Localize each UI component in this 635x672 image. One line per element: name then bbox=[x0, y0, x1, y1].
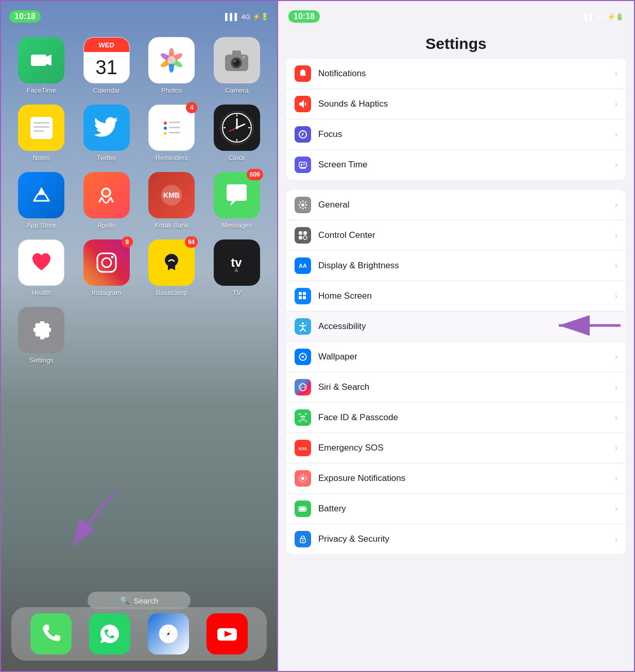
settings-row-privacy[interactable]: Privacy & Security › bbox=[286, 524, 626, 554]
appstore-label: App Store bbox=[26, 221, 56, 229]
app-tv[interactable]: tv TV bbox=[207, 239, 267, 297]
notes-icon bbox=[18, 105, 64, 151]
homescreen-icon bbox=[295, 288, 311, 304]
settings-row-screentime[interactable]: Screen Time › bbox=[286, 150, 626, 180]
svg-rect-18 bbox=[33, 122, 49, 124]
wallpaper-label: Wallpaper bbox=[318, 352, 615, 362]
dock-youtube[interactable] bbox=[207, 613, 248, 654]
focus-label: Focus bbox=[318, 129, 615, 140]
privacy-label: Privacy & Security bbox=[318, 534, 615, 544]
instagram-badge: 9 bbox=[122, 236, 133, 248]
dock-phone[interactable] bbox=[30, 613, 72, 654]
svg-rect-98 bbox=[300, 508, 305, 511]
svg-rect-85 bbox=[299, 413, 301, 415]
svg-line-38 bbox=[34, 195, 38, 201]
app-photos[interactable]: Photos bbox=[142, 37, 202, 94]
settings-panel: 10:18 ▌▌ 4G ⚡🔋 Settings Notifications › bbox=[278, 0, 635, 672]
health-icon bbox=[18, 239, 64, 286]
settings-row-exposure[interactable]: Exposure Notifications › bbox=[286, 463, 626, 494]
svg-point-79 bbox=[300, 358, 301, 359]
svg-text:SOS: SOS bbox=[298, 446, 307, 451]
app-instagram[interactable]: 9 Instagram bbox=[77, 239, 137, 297]
display-label: Display & Brightness bbox=[318, 261, 615, 271]
svg-rect-86 bbox=[305, 413, 307, 415]
app-health[interactable]: Health bbox=[11, 239, 72, 297]
focus-chevron: › bbox=[615, 130, 617, 139]
svg-marker-1 bbox=[46, 55, 52, 66]
settings-row-battery[interactable]: Battery › bbox=[286, 494, 626, 524]
sos-icon: SOS bbox=[295, 440, 311, 456]
settings-row-accessibility[interactable]: Accessibility › bbox=[286, 312, 626, 342]
battery-icon: ⚡🔋 bbox=[252, 13, 269, 21]
focus-icon bbox=[295, 126, 311, 143]
privacy-chevron: › bbox=[615, 535, 617, 544]
svg-point-73 bbox=[302, 356, 304, 358]
app-camera[interactable]: Camera bbox=[207, 37, 267, 94]
app-clock[interactable]: Clock bbox=[207, 105, 267, 162]
svg-point-70 bbox=[302, 322, 304, 324]
settings-list: Notifications › Sounds & Haptics › Focus… bbox=[278, 59, 634, 671]
notifications-label: Notifications bbox=[318, 68, 615, 79]
messages-label: Messages bbox=[221, 221, 252, 229]
app-apollo[interactable]: Apollo bbox=[77, 172, 137, 229]
siri-icon bbox=[295, 379, 311, 395]
app-reminders[interactable]: 4 Reminders bbox=[142, 105, 202, 162]
facetime-label: FaceTime bbox=[27, 87, 56, 94]
dock-safari[interactable] bbox=[148, 613, 189, 654]
battery-icon bbox=[295, 501, 311, 517]
sounds-icon bbox=[295, 96, 311, 112]
svg-rect-63 bbox=[299, 236, 302, 239]
signal-icons-right: ▌▌ 4G ⚡🔋 bbox=[585, 13, 624, 21]
svg-line-42 bbox=[99, 198, 101, 202]
app-basecamp[interactable]: 84 Basecamp bbox=[142, 239, 202, 297]
settings-row-siri[interactable]: Siri & Search › bbox=[286, 372, 626, 403]
app-appstore[interactable]: App Store bbox=[11, 172, 72, 229]
app-kotak[interactable]: KMB Kotak Bank bbox=[142, 172, 202, 229]
settings-row-display[interactable]: AA Display & Brightness › bbox=[286, 251, 626, 281]
svg-point-41 bbox=[103, 189, 109, 196]
app-twitter[interactable]: Twitter bbox=[77, 105, 137, 162]
settings-row-general[interactable]: General › bbox=[286, 190, 626, 220]
dock-whatsapp[interactable] bbox=[89, 613, 130, 654]
settings-row-sounds[interactable]: Sounds & Haptics › bbox=[286, 89, 626, 119]
app-facetime[interactable]: FaceTime bbox=[11, 37, 72, 94]
svg-point-21 bbox=[164, 122, 167, 125]
clock-label: Clock bbox=[228, 154, 245, 162]
svg-rect-61 bbox=[299, 231, 302, 235]
signal-bars-right-icon: ▌▌ bbox=[585, 13, 594, 21]
tv-icon: tv bbox=[214, 239, 260, 286]
home-screen-panel: 10:18 ▌▌▌ 4G ⚡🔋 FaceTime WED 31 bbox=[0, 0, 278, 672]
settings-row-homescreen[interactable]: Home Screen › bbox=[286, 281, 626, 312]
controlcenter-chevron: › bbox=[615, 231, 617, 240]
svg-point-90 bbox=[304, 416, 305, 418]
app-notes[interactable]: Notes bbox=[11, 105, 72, 162]
search-bar[interactable]: 🔍 Search bbox=[88, 592, 191, 609]
settings-row-faceid[interactable]: Face ID & Passcode › bbox=[286, 403, 626, 433]
svg-point-25 bbox=[164, 132, 167, 135]
app-calendar[interactable]: WED 31 Calendar bbox=[77, 37, 137, 94]
settings-row-notifications[interactable]: Notifications › bbox=[286, 59, 626, 89]
reminders-badge: 4 bbox=[186, 102, 197, 113]
app-settings[interactable]: Settings bbox=[11, 307, 72, 364]
twitter-icon bbox=[83, 105, 130, 151]
settings-row-controlcenter[interactable]: Control Center › bbox=[286, 220, 626, 251]
kotak-label: Kotak Bank bbox=[155, 221, 189, 229]
time-left: 10:18 bbox=[9, 10, 41, 23]
svg-point-74 bbox=[302, 353, 303, 354]
status-bar-left: 10:18 ▌▌▌ 4G ⚡🔋 bbox=[1, 1, 277, 27]
svg-rect-58 bbox=[301, 164, 302, 166]
faceid-chevron: › bbox=[615, 413, 617, 422]
settings-row-sos[interactable]: SOS Emergency SOS › bbox=[286, 433, 626, 463]
settings-row-wallpaper[interactable]: Wallpaper › bbox=[286, 342, 626, 372]
accessibility-chevron: › bbox=[615, 322, 617, 331]
svg-point-47 bbox=[102, 258, 111, 267]
wallpaper-icon bbox=[295, 349, 311, 365]
app-messages[interactable]: 609 Messages bbox=[207, 172, 267, 229]
sounds-chevron: › bbox=[615, 99, 617, 109]
settings-arrow bbox=[32, 484, 125, 568]
settings-row-focus[interactable]: Focus › bbox=[286, 119, 626, 150]
calendar-date: 31 bbox=[96, 57, 117, 79]
screentime-label: Screen Time bbox=[318, 160, 615, 170]
time-right: 10:18 bbox=[288, 10, 320, 23]
svg-rect-59 bbox=[303, 164, 305, 165]
